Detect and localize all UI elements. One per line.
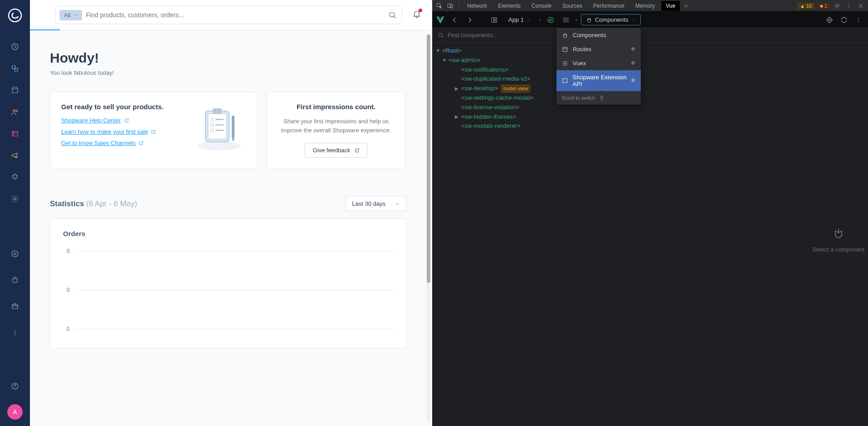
kebab-icon[interactable] xyxy=(853,14,864,26)
inspector-compass-icon[interactable] xyxy=(545,14,556,26)
sidebar-item-sales[interactable] xyxy=(7,298,23,315)
tab-performance[interactable]: Performance xyxy=(589,1,629,11)
vue-body: ▼<Root> ▼<sw-admin> <sw-notifications><s… xyxy=(432,28,868,426)
app-selector-icon[interactable] xyxy=(488,14,500,26)
tree-node[interactable]: <sw-modals-renderer> xyxy=(434,121,866,131)
component-search-input[interactable] xyxy=(448,32,863,39)
sidebar-item-shop[interactable] xyxy=(7,272,23,288)
plugin-icon xyxy=(630,60,636,67)
sidebar-item-help[interactable] xyxy=(7,378,23,394)
tab-sources[interactable]: Sources xyxy=(558,1,587,11)
back-button[interactable] xyxy=(449,14,460,26)
tree-node[interactable]: <sw-settings-cache-modal> xyxy=(434,93,866,103)
card-get-ready: Get ready to sell your products. Shopwar… xyxy=(50,92,258,169)
scrollbar-thumb[interactable] xyxy=(427,34,430,283)
sidebar-item-marketing[interactable] xyxy=(7,147,23,164)
forward-button[interactable] xyxy=(464,14,476,26)
inspect-element-icon[interactable] xyxy=(435,3,444,9)
svg-point-41 xyxy=(858,21,859,22)
search-filter-dropdown[interactable]: All xyxy=(59,10,82,20)
sidebar-item-settings[interactable] xyxy=(7,191,23,207)
stats-header: Statistics (6 Apr - 6 May) Last 30 days xyxy=(50,196,407,211)
button-label: Give feedback xyxy=(312,147,350,154)
sidebar-item-customers[interactable] xyxy=(7,104,23,120)
content-scrollbar[interactable] xyxy=(427,34,430,422)
admin-sidebar: A xyxy=(0,0,30,426)
sidebar-item-more[interactable] xyxy=(7,324,23,341)
more-tabs-icon[interactable] xyxy=(682,3,691,9)
logo[interactable] xyxy=(0,0,30,30)
sidebar-item-orders[interactable] xyxy=(7,82,23,98)
sidebar-item-content[interactable] xyxy=(7,126,23,142)
chevron-down-icon xyxy=(73,13,78,17)
svg-rect-20 xyxy=(215,119,224,120)
dropdown-item-routes[interactable]: Routes xyxy=(556,42,641,56)
link-help-center[interactable]: Shopware Help Center xyxy=(61,117,183,124)
component-tree: ▼<Root> ▼<sw-admin> <sw-notifications><s… xyxy=(432,43,868,135)
extension-icon xyxy=(562,77,568,84)
svg-point-4 xyxy=(13,110,15,112)
dropdown-item-components[interactable]: Components xyxy=(556,28,641,42)
search-icon xyxy=(438,32,444,39)
search-icon[interactable] xyxy=(388,11,396,19)
tab-vue[interactable]: Vue xyxy=(661,1,680,11)
dropdown-item-vuex[interactable]: Vuex xyxy=(556,56,641,70)
orders-chart-card: Orders 0 0 0 xyxy=(50,218,407,349)
sidebar-item-catalogues[interactable] xyxy=(7,60,23,77)
tree-node[interactable]: <sw-notifications> xyxy=(434,65,866,75)
tree-node-admin[interactable]: ▼<sw-admin> xyxy=(434,56,866,65)
give-feedback-button[interactable]: Give feedback xyxy=(305,143,367,158)
more-icon[interactable] xyxy=(844,3,853,9)
warnings-badge[interactable]: ▲ 10 xyxy=(797,3,814,9)
timeline-icon[interactable] xyxy=(560,14,572,26)
gridline xyxy=(76,329,394,329)
svg-point-0 xyxy=(9,9,21,22)
svg-point-39 xyxy=(858,18,859,19)
device-toggle-icon[interactable] xyxy=(446,3,455,9)
svg-point-40 xyxy=(858,19,859,20)
active-tab-indicator xyxy=(30,29,60,30)
tab-elements[interactable]: Elements xyxy=(493,1,525,11)
item-label: Components xyxy=(573,32,606,39)
dropdown-footer: Scroll to switch xyxy=(556,91,641,105)
target-icon[interactable] xyxy=(824,14,835,26)
tab-console[interactable]: Console xyxy=(527,1,556,11)
tab-memory[interactable]: Memory xyxy=(631,1,659,11)
period-select[interactable]: Last 30 days xyxy=(345,196,407,211)
vuex-icon xyxy=(562,60,568,67)
issues-badge[interactable]: ■ 1 xyxy=(817,3,830,9)
inspector-selector[interactable]: Components xyxy=(581,14,641,25)
warnings-count: 10 xyxy=(806,3,812,9)
svg-point-37 xyxy=(827,17,832,22)
refresh-icon[interactable] xyxy=(838,14,850,26)
tree-node[interactable]: ▶<sw-desktop>router-view xyxy=(434,84,866,93)
app-selector[interactable]: App 1 xyxy=(504,15,536,25)
tab-network[interactable]: Network xyxy=(463,1,492,11)
sidebar-item-extensions[interactable] xyxy=(7,169,23,185)
component-tree-panel: ▼<Root> ▼<sw-admin> <sw-notifications><s… xyxy=(432,28,868,426)
card-text: Share your first impressions and help us… xyxy=(278,117,394,135)
tree-node-root[interactable]: ▼<Root> xyxy=(434,46,866,56)
y-tick: 0 xyxy=(67,248,70,254)
link-first-sale[interactable]: Learn how to make your first sale xyxy=(61,128,183,135)
close-icon[interactable] xyxy=(856,3,865,9)
search-input[interactable] xyxy=(86,11,385,19)
admin-app: A All Howdy! You look fabulous today! xyxy=(0,0,432,426)
gridline xyxy=(76,290,394,290)
dropdown-item-shopware-api[interactable]: Shopware Extension API xyxy=(556,70,641,91)
user-avatar[interactable]: A xyxy=(7,404,23,420)
notification-badge xyxy=(419,9,422,12)
settings-icon[interactable] xyxy=(833,3,842,9)
tree-node[interactable]: ▶<sw-hidden-iframes> xyxy=(434,112,866,122)
inspector-placeholder: Select a component xyxy=(809,53,868,426)
vue-toolbar: App 1 › › Components xyxy=(432,12,868,28)
sidebar-item-dashboard[interactable] xyxy=(7,39,23,55)
tree-node[interactable]: <sw-license-violation> xyxy=(434,103,866,112)
link-sales-channels[interactable]: Get to know Sales Channels xyxy=(61,140,183,146)
chart-title: Orders xyxy=(63,230,394,237)
footer-label: Scroll to switch xyxy=(562,95,595,101)
sidebar-item-add[interactable] xyxy=(7,246,23,262)
tree-node[interactable]: <sw-duplicated-media-v2> xyxy=(434,74,866,84)
notifications-button[interactable] xyxy=(412,10,421,20)
bell-icon xyxy=(414,11,419,18)
